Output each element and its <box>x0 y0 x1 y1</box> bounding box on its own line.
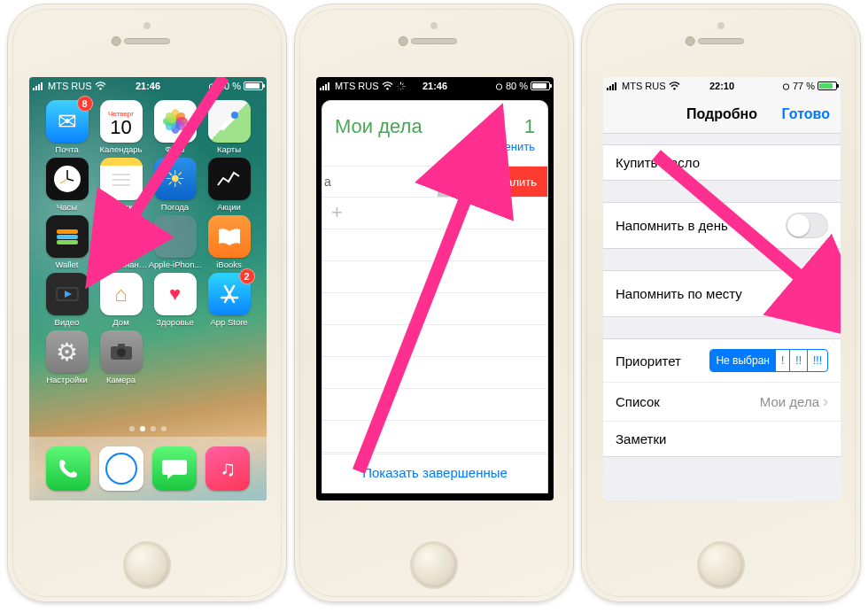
svg-rect-38 <box>328 82 329 90</box>
app-weather[interactable]: ☀Погода <box>148 158 202 212</box>
svg-point-55 <box>673 88 675 89</box>
app-safari[interactable] <box>99 446 143 491</box>
show-completed-button[interactable]: Показать завершенные <box>322 454 547 493</box>
wallet-icon <box>53 226 81 247</box>
list-title: Мои дела <box>335 115 422 138</box>
status-bar: MTS RUS 21:46 80 % <box>29 77 267 95</box>
app-photos[interactable]: Фото <box>148 100 202 154</box>
svg-rect-1 <box>35 86 37 90</box>
battery-icon <box>531 81 550 90</box>
battery-percent: 77 % <box>793 81 815 91</box>
svg-point-28 <box>117 348 126 357</box>
app-camera[interactable]: Камера <box>94 330 148 384</box>
priority-high[interactable]: !!! <box>807 350 827 371</box>
phone-home-screen: MTS RUS 21:46 80 % ✉8Почта Четверг10Кале… <box>7 4 287 602</box>
app-mail[interactable]: ✉8Почта <box>40 100 94 154</box>
svg-point-14 <box>231 112 238 119</box>
battery-icon <box>244 81 263 90</box>
svg-rect-3 <box>41 82 43 90</box>
battery-percent: 80 % <box>506 81 528 91</box>
home-button-icon[interactable] <box>410 541 458 589</box>
app-reminders[interactable]: Напоминания <box>94 215 148 269</box>
app-appstore[interactable]: 2App Store <box>202 273 256 327</box>
wifi-icon <box>382 81 393 90</box>
svg-marker-26 <box>65 291 72 298</box>
home-button-icon[interactable] <box>123 541 171 589</box>
svg-line-41 <box>402 83 403 85</box>
remind-day-toggle[interactable] <box>786 213 828 238</box>
notes-icon <box>110 170 133 188</box>
appstore-badge: 2 <box>239 268 255 284</box>
app-calendar[interactable]: Четверг10Календарь <box>94 100 148 154</box>
priority-list-notes-group: Приоритет Не выбран ! !! !!! Список Мои … <box>603 338 841 457</box>
app-wallet[interactable]: Wallet <box>40 215 94 269</box>
app-notes[interactable]: Заметки <box>94 158 148 212</box>
svg-line-43 <box>402 88 403 89</box>
remind-location-toggle[interactable] <box>786 281 828 306</box>
title-group: Купить масло <box>603 144 841 181</box>
wifi-icon <box>669 81 680 90</box>
reminders-card: Мои дела 1 Изменить а Еще Удалить + <box>322 100 548 493</box>
app-ibooks[interactable]: iBooks <box>202 215 256 269</box>
priority-row[interactable]: Приоритет Не выбран ! !! !!! <box>603 339 841 382</box>
signal-bars-icon <box>607 81 619 90</box>
remind-day-group: Напомнить в день <box>603 202 841 249</box>
svg-point-39 <box>386 88 388 89</box>
wifi-icon <box>95 81 106 90</box>
reminder-title-field[interactable]: Купить масло <box>603 145 841 180</box>
svg-line-45 <box>398 88 399 89</box>
app-settings[interactable]: ⚙Настройки <box>40 330 94 384</box>
edit-button[interactable]: Изменить <box>483 140 535 153</box>
more-button[interactable]: Еще <box>438 167 482 197</box>
list-value: Мои дела <box>760 394 819 409</box>
stocks-icon <box>216 169 243 189</box>
svg-rect-0 <box>33 88 35 90</box>
home-screen: MTS RUS 21:46 80 % ✉8Почта Четверг10Кале… <box>29 77 267 500</box>
app-stocks[interactable]: Акции <box>202 158 256 212</box>
videos-icon <box>54 284 81 304</box>
page-indicator[interactable] <box>29 426 267 431</box>
priority-low[interactable]: ! <box>775 350 789 371</box>
app-music[interactable]: ♫ <box>205 446 250 491</box>
app-folder[interactable]: Apple-iPhon... <box>148 215 202 269</box>
app-messages[interactable] <box>152 446 197 491</box>
alarm-icon <box>495 82 503 90</box>
delete-button[interactable]: Удалить <box>482 167 547 197</box>
dock: ♫ <box>29 437 267 500</box>
priority-none[interactable]: Не выбран <box>710 350 775 371</box>
notes-row[interactable]: Заметки <box>603 421 841 456</box>
list-row[interactable]: Список Мои дела › <box>603 382 841 421</box>
app-health[interactable]: ♥Здоровье <box>148 273 202 327</box>
status-bar: MTS RUS 21:46 80 % <box>316 77 554 95</box>
svg-rect-23 <box>57 235 78 239</box>
nav-bar: Подробно Готово <box>603 95 841 134</box>
svg-line-47 <box>398 83 399 85</box>
photos-icon <box>162 108 189 135</box>
app-clock[interactable]: Часы <box>40 158 94 212</box>
svg-rect-22 <box>57 229 78 234</box>
reminder-row[interactable]: а Еще Удалить <box>322 166 547 198</box>
home-screen-grid: ✉8Почта Четверг10Календарь Фото Карты Ча… <box>29 100 267 384</box>
app-home[interactable]: ⌂Дом <box>94 273 148 327</box>
svg-rect-51 <box>607 88 608 90</box>
add-icon: + <box>331 201 343 224</box>
home-button-icon[interactable] <box>697 541 745 589</box>
signal-bars-icon <box>320 81 332 90</box>
app-phone[interactable] <box>46 446 90 491</box>
details-screen: MTS RUS 22:10 77 % Подробно Готово Купит… <box>603 77 841 500</box>
app-videos[interactable]: Видео <box>40 273 94 327</box>
empty-row[interactable]: + <box>322 198 547 229</box>
carrier-label: MTS RUS <box>48 81 92 91</box>
signal-bars-icon <box>33 81 45 90</box>
svg-point-56 <box>783 83 788 89</box>
remind-at-location-row[interactable]: Напомнить по месту <box>603 271 841 316</box>
remind-on-day-row[interactable]: Напомнить в день <box>603 203 841 248</box>
app-maps[interactable]: Карты <box>202 100 256 154</box>
ibooks-icon <box>216 226 243 247</box>
done-button[interactable]: Готово <box>782 106 830 122</box>
priority-med[interactable]: !! <box>789 350 807 371</box>
svg-rect-2 <box>38 84 40 90</box>
priority-segmented[interactable]: Не выбран ! !! !!! <box>709 349 828 372</box>
svg-point-4 <box>99 88 101 89</box>
svg-rect-37 <box>325 84 327 90</box>
